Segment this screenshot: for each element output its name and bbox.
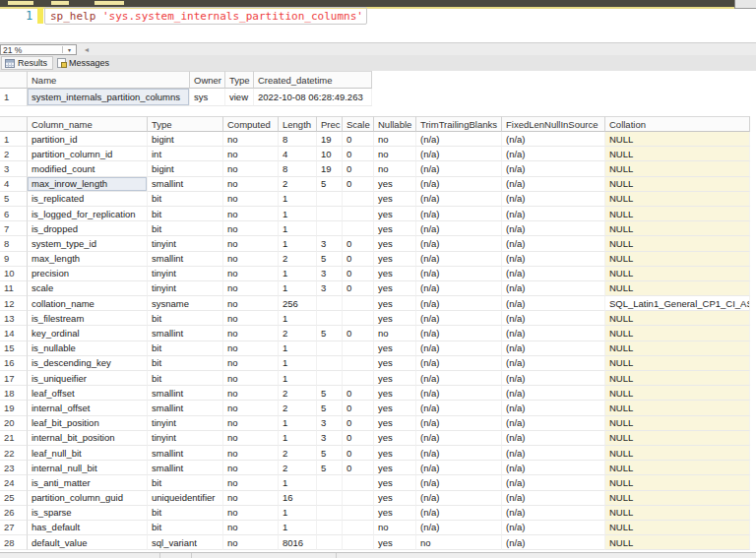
cell[interactable]: yes — [374, 386, 416, 401]
cell[interactable] — [343, 356, 374, 371]
row-number-cell[interactable]: 28 — [0, 535, 28, 550]
scroll-left-icon[interactable]: ◂ — [85, 45, 89, 54]
cell[interactable]: partition_column_guid — [28, 491, 148, 506]
cell[interactable]: (n/a) — [416, 371, 502, 386]
cell[interactable]: NULL — [605, 311, 750, 326]
cell[interactable]: max_length — [28, 252, 148, 267]
cell[interactable]: 2 — [279, 386, 317, 401]
cell[interactable]: (n/a) — [416, 281, 502, 296]
column-header[interactable]: TrimTrailingBlanks — [416, 116, 502, 132]
cell[interactable]: (n/a) — [502, 401, 605, 415]
cell[interactable]: is_dropped — [28, 221, 148, 236]
cell[interactable]: NULL — [605, 416, 750, 431]
sql-code-line[interactable]: sp_help 'sys.system_internals_partition_… — [50, 10, 363, 23]
cell[interactable]: bit — [148, 311, 223, 326]
cell[interactable]: (n/a) — [416, 147, 502, 161]
row-number-cell[interactable]: 7 — [0, 221, 28, 236]
cell[interactable]: (n/a) — [416, 431, 502, 446]
column-header[interactable]: Scale — [343, 116, 374, 132]
cell[interactable]: (n/a) — [502, 236, 605, 251]
cell[interactable]: 1 — [279, 311, 317, 326]
row-number-cell[interactable]: 14 — [0, 326, 28, 341]
cell[interactable]: no — [223, 416, 279, 431]
cell[interactable]: tinyint — [148, 416, 223, 431]
cell[interactable]: smallint — [148, 401, 223, 415]
cell[interactable]: yes — [374, 207, 416, 221]
cell[interactable]: leaf_bit_position — [28, 416, 148, 431]
chevron-down-icon[interactable]: ▾ — [62, 46, 76, 53]
cell[interactable]: (n/a) — [502, 177, 605, 192]
cell[interactable]: NULL — [605, 446, 750, 461]
row-number-cell[interactable]: 11 — [0, 281, 28, 296]
cell[interactable]: tinyint — [148, 431, 223, 446]
cell[interactable]: NULL — [605, 236, 750, 251]
cell[interactable]: no — [223, 475, 279, 490]
cell[interactable] — [343, 491, 374, 506]
cell[interactable]: no — [223, 236, 279, 251]
corner-header[interactable] — [0, 116, 28, 132]
query-editor[interactable]: 1 sp_help 'sys.system_internals_partitio… — [0, 0, 756, 42]
cell[interactable]: internal_bit_position — [28, 431, 148, 446]
column-header[interactable]: Collation — [605, 116, 750, 132]
cell[interactable]: yes — [374, 267, 416, 281]
row-number-cell[interactable]: 9 — [0, 252, 28, 267]
cell[interactable]: NULL — [605, 221, 750, 236]
cell[interactable]: (n/a) — [416, 491, 502, 506]
cell[interactable]: NULL — [605, 207, 750, 221]
tab-messages[interactable]: Messages — [54, 56, 114, 70]
cell[interactable]: (n/a) — [502, 192, 605, 207]
column-header[interactable]: Length — [279, 116, 317, 132]
cell[interactable]: smallint — [148, 326, 223, 341]
cell[interactable]: no — [416, 535, 502, 550]
row-number-cell[interactable]: 13 — [0, 311, 28, 326]
cell[interactable]: no — [223, 356, 279, 371]
column-header[interactable]: Column_name — [28, 116, 148, 132]
row-number-cell[interactable]: 6 — [0, 207, 28, 221]
cell[interactable]: (n/a) — [502, 252, 605, 267]
cell[interactable]: (n/a) — [416, 192, 502, 207]
cell[interactable]: yes — [374, 252, 416, 267]
cell[interactable]: NULL — [605, 161, 750, 176]
cell[interactable]: (n/a) — [502, 416, 605, 431]
cell[interactable]: is_uniqueifier — [28, 371, 148, 386]
cell[interactable]: tinyint — [148, 236, 223, 251]
cell[interactable]: 5 — [317, 401, 343, 415]
row-number-cell[interactable]: 1 — [0, 132, 28, 147]
cell[interactable]: (n/a) — [502, 431, 605, 446]
cell[interactable]: is_sparse — [28, 506, 148, 521]
bottom-scroll-strip[interactable] — [0, 552, 756, 558]
cell[interactable]: 0 — [343, 446, 374, 461]
cell[interactable]: 0 — [343, 326, 374, 341]
cell[interactable]: sql_variant — [148, 535, 223, 550]
cell[interactable]: (n/a) — [502, 521, 605, 535]
row-number-cell[interactable]: 22 — [0, 446, 28, 461]
cell[interactable]: no — [223, 446, 279, 461]
cell[interactable]: yes — [374, 296, 416, 311]
cell[interactable]: (n/a) — [416, 311, 502, 326]
cell[interactable]: yes — [374, 341, 416, 356]
cell[interactable] — [343, 221, 374, 236]
column-header[interactable]: Name — [28, 71, 190, 89]
cell[interactable]: (n/a) — [502, 311, 605, 326]
cell[interactable]: bit — [148, 371, 223, 386]
cell[interactable]: no — [374, 147, 416, 161]
cell[interactable] — [317, 341, 343, 356]
cell[interactable]: (n/a) — [416, 252, 502, 267]
row-number-cell[interactable]: 1 — [0, 89, 28, 106]
cell[interactable]: NULL — [605, 267, 750, 281]
cell[interactable]: (n/a) — [502, 267, 605, 281]
cell[interactable]: bit — [148, 221, 223, 236]
cell[interactable]: 5 — [317, 461, 343, 475]
cell[interactable]: 5 — [317, 252, 343, 267]
cell[interactable]: yes — [374, 475, 416, 490]
cell[interactable] — [317, 356, 343, 371]
cell[interactable]: is_descending_key — [28, 356, 148, 371]
column-header[interactable]: Computed — [223, 116, 279, 132]
cell[interactable]: 4 — [279, 147, 317, 161]
row-number-cell[interactable]: 26 — [0, 506, 28, 521]
cell[interactable]: 0 — [343, 416, 374, 431]
cell[interactable]: no — [374, 326, 416, 341]
cell[interactable]: (n/a) — [502, 461, 605, 475]
cell[interactable]: no — [223, 491, 279, 506]
cell[interactable] — [343, 311, 374, 326]
